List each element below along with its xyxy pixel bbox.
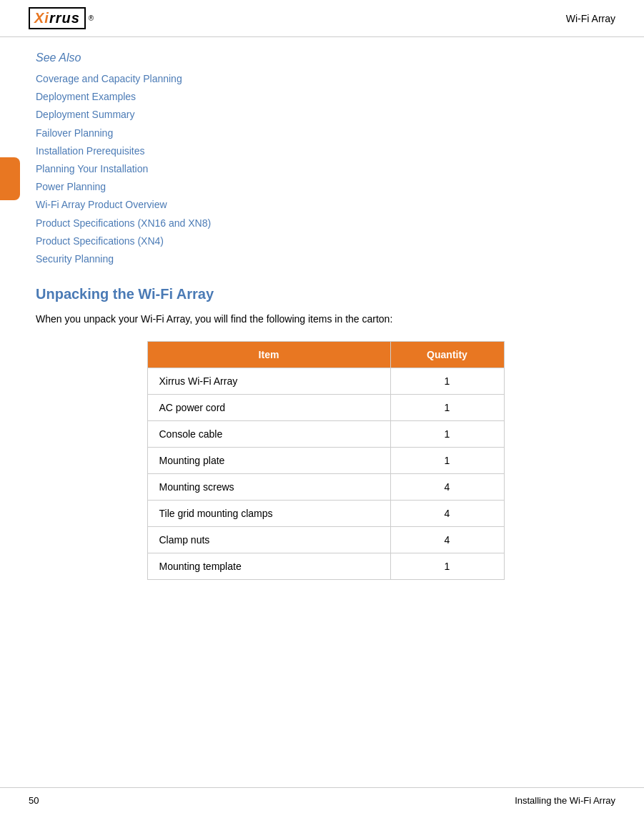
- table-cell-quantity: 4: [390, 527, 504, 553]
- col-header-item: Item: [147, 342, 390, 368]
- page-footer: 50 Installing the Wi-Fi Array: [0, 787, 644, 813]
- table-cell-item: AC power cord: [147, 395, 390, 421]
- body-text: When you unpack your Wi-Fi Array, you wi…: [36, 311, 615, 327]
- table-cell-quantity: 1: [390, 395, 504, 421]
- link-power-planning[interactable]: Power Planning: [36, 178, 615, 196]
- table-cell-item: Mounting screws: [147, 474, 390, 501]
- section-heading: Unpacking the Wi-Fi Array: [36, 286, 615, 302]
- table-cell-item: Tile grid mounting clamps: [147, 501, 390, 527]
- see-also-heading: See Also: [36, 51, 615, 64]
- link-specs-xn16[interactable]: Product Specifications (XN16 and XN8): [36, 215, 615, 232]
- table-cell-item: Xirrus Wi-Fi Array: [147, 368, 390, 395]
- table-cell-quantity: 1: [390, 553, 504, 580]
- logo: Xirrus ®: [29, 7, 94, 29]
- table-cell-item: Mounting plate: [147, 448, 390, 474]
- link-failover[interactable]: Failover Planning: [36, 124, 615, 142]
- table-cell-quantity: 4: [390, 501, 504, 527]
- link-deployment-examples[interactable]: Deployment Examples: [36, 88, 615, 106]
- table-cell-quantity: 1: [390, 448, 504, 474]
- link-specs-xn4[interactable]: Product Specifications (XN4): [36, 232, 615, 250]
- see-also-links: Coverage and Capacity Planning Deploymen…: [36, 70, 615, 268]
- table-row: Tile grid mounting clamps4: [147, 501, 504, 527]
- main-content: See Also Coverage and Capacity Planning …: [0, 37, 644, 616]
- table-row: Mounting plate1: [147, 448, 504, 474]
- table-cell-item: Mounting template: [147, 553, 390, 580]
- orange-tab: [0, 157, 20, 200]
- table-row: Console cable1: [147, 421, 504, 448]
- link-planning-installation[interactable]: Planning Your Installation: [36, 160, 615, 178]
- table-row: AC power cord1: [147, 395, 504, 421]
- logo-text: Xirrus: [29, 7, 86, 29]
- link-installation-prereqs[interactable]: Installation Prerequisites: [36, 142, 615, 160]
- table-cell-quantity: 1: [390, 421, 504, 448]
- link-coverage[interactable]: Coverage and Capacity Planning: [36, 70, 615, 88]
- table-row: Mounting screws4: [147, 474, 504, 501]
- table-cell-item: Clamp nuts: [147, 527, 390, 553]
- link-deployment-summary[interactable]: Deployment Summary: [36, 106, 615, 124]
- link-security-planning[interactable]: Security Planning: [36, 250, 615, 268]
- col-header-quantity: Quantity: [390, 342, 504, 368]
- page-header: Xirrus ® Wi-Fi Array: [0, 0, 644, 37]
- link-product-overview[interactable]: Wi-Fi Array Product Overview: [36, 196, 615, 214]
- items-table-wrapper: Item Quantity Xirrus Wi-Fi Array1AC powe…: [36, 341, 615, 580]
- table-row: Clamp nuts4: [147, 527, 504, 553]
- table-row: Mounting template1: [147, 553, 504, 580]
- table-row: Xirrus Wi-Fi Array1: [147, 368, 504, 395]
- header-title: Wi-Fi Array: [566, 13, 615, 24]
- items-table: Item Quantity Xirrus Wi-Fi Array1AC powe…: [147, 341, 505, 580]
- footer-section-title: Installing the Wi-Fi Array: [515, 795, 615, 806]
- footer-page-number: 50: [29, 795, 39, 806]
- table-cell-quantity: 1: [390, 368, 504, 395]
- table-cell-quantity: 4: [390, 474, 504, 501]
- table-cell-item: Console cable: [147, 421, 390, 448]
